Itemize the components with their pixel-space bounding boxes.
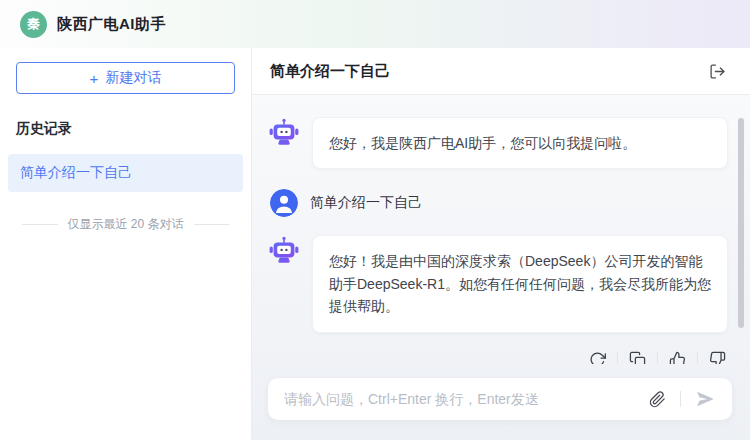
message-input[interactable] (284, 391, 645, 407)
assistant-avatar (268, 235, 300, 267)
conversation-item-label: 简单介绍一下自己 (20, 164, 132, 180)
new-chat-label: 新建对话 (105, 69, 161, 87)
app-logo-icon: 秦 (20, 11, 47, 38)
message-actions (268, 349, 728, 364)
send-button[interactable] (691, 385, 719, 413)
thumbs-down-button[interactable] (698, 349, 728, 364)
assistant-message-bubble: 您好，我是陕西广电AI助手，您可以向我提问啦。 (312, 117, 728, 169)
new-chat-button[interactable]: + 新建对话 (16, 62, 235, 94)
export-icon (709, 63, 726, 80)
robot-icon (268, 117, 300, 149)
scrollbar-thumb[interactable] (738, 118, 744, 328)
thumbs-up-button[interactable] (658, 349, 697, 364)
sidebar: + 新建对话 历史记录 简单介绍一下自己 仅显示最近 20 条对话 (0, 48, 252, 440)
history-section-label: 历史记录 (0, 110, 251, 150)
assistant-message-text: 您好，我是陕西广电AI助手，您可以向我提问啦。 (329, 135, 636, 151)
conversation-header: 简单介绍一下自己 (252, 48, 750, 95)
app-body: + 新建对话 历史记录 简单介绍一下自己 仅显示最近 20 条对话 简单介绍一下… (0, 48, 750, 440)
thumbs-up-icon (669, 351, 686, 364)
assistant-avatar (268, 117, 300, 149)
user-message-text: 简单介绍一下自己 (310, 194, 422, 212)
person-icon (270, 189, 298, 217)
copy-icon (629, 351, 646, 364)
assistant-message-bubble: 您好！我是由中国的深度求索（DeepSeek）公司开发的智能助手DeepSeek… (312, 235, 728, 332)
message-list: 您好，我是陕西广电AI助手，您可以向我提问啦。 简单介绍一下自己 (252, 95, 750, 364)
message-input-box (268, 378, 732, 420)
history-limit-note: 仅显示最近 20 条对话 (0, 216, 251, 233)
app-title: 陕西广电AI助手 (57, 15, 166, 34)
paperclip-icon (649, 391, 666, 408)
user-message-row: 简单介绍一下自己 (268, 189, 728, 217)
sidebar-conversation-item[interactable]: 简单介绍一下自己 (8, 154, 243, 192)
assistant-message-text: 您好！我是由中国的深度求索（DeepSeek）公司开发的智能助手DeepSeek… (329, 253, 711, 314)
history-limit-text: 仅显示最近 20 条对话 (68, 216, 184, 233)
assistant-message-row: 您好，我是陕西广电AI助手，您可以向我提问啦。 (268, 117, 728, 169)
attach-file-button[interactable] (645, 387, 670, 412)
app-window: 秦 陕西广电AI助手 + 新建对话 历史记录 简单介绍一下自己 仅显示最近 20… (0, 0, 750, 440)
composer (252, 364, 750, 440)
divider-line (194, 224, 230, 225)
send-icon (695, 389, 715, 409)
conversation-title: 简单介绍一下自己 (270, 62, 390, 81)
thumbs-down-icon (709, 351, 726, 364)
user-avatar (270, 189, 298, 217)
export-conversation-button[interactable] (705, 59, 730, 84)
regenerate-button[interactable] (578, 349, 617, 364)
logo-glyph: 秦 (27, 15, 40, 33)
copy-button[interactable] (618, 349, 657, 364)
chat-panel: 简单介绍一下自己 (252, 48, 750, 440)
top-bar: 秦 陕西广电AI助手 (0, 0, 750, 48)
plus-icon: + (90, 71, 99, 86)
robot-icon (268, 235, 300, 267)
assistant-message-row: 您好！我是由中国的深度求索（DeepSeek）公司开发的智能助手DeepSeek… (268, 235, 728, 332)
divider-line (22, 224, 58, 225)
regenerate-icon (589, 351, 606, 364)
composer-divider (680, 391, 681, 407)
